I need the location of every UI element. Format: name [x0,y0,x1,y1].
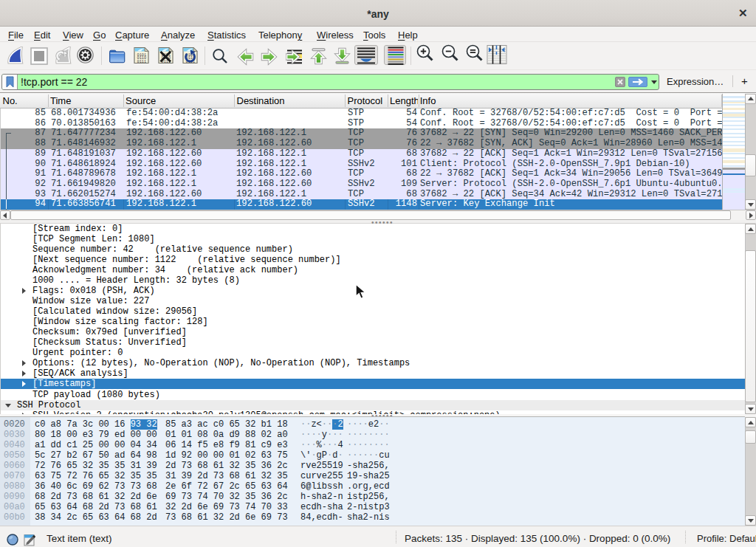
svg-text:0111: 0111 [137,60,146,64]
